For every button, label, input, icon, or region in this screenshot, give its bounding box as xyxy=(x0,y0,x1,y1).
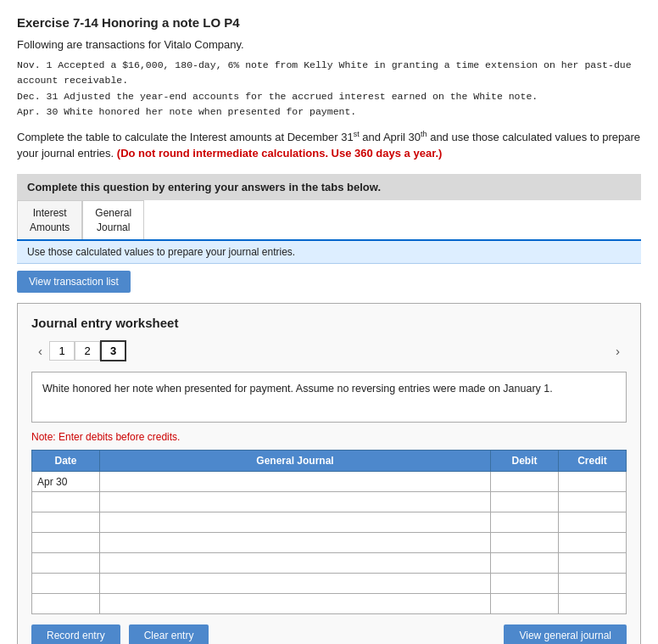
row-2-credit-input[interactable] xyxy=(564,517,621,529)
row-5-debit-input[interactable] xyxy=(496,578,553,590)
view-transaction-button[interactable]: View transaction list xyxy=(17,271,131,293)
row-1-credit[interactable] xyxy=(559,492,627,512)
view-general-journal-button[interactable]: View general journal xyxy=(504,624,627,644)
description-text: White honored her note when presented fo… xyxy=(42,383,553,395)
table-row xyxy=(32,574,627,594)
table-row: Apr 30 xyxy=(32,472,627,492)
row-5-credit[interactable] xyxy=(559,574,627,594)
row-6-date xyxy=(32,594,100,614)
page-1-button[interactable]: 1 xyxy=(49,341,75,361)
row-3-credit[interactable] xyxy=(559,533,627,553)
row-4-debit[interactable] xyxy=(491,553,559,574)
note-text: Note: Enter debits before credits. xyxy=(31,431,627,443)
row-0-debit[interactable] xyxy=(491,472,559,492)
col-header-date: Date xyxy=(32,451,100,472)
row-0-debit-input[interactable] xyxy=(496,476,553,488)
table-row xyxy=(32,553,627,574)
row-4-journal-input[interactable] xyxy=(105,557,485,569)
intro-text: Following are transactions for Vitalo Co… xyxy=(17,38,641,51)
prev-page-button[interactable]: ‹ xyxy=(31,340,49,361)
worksheet-box: Journal entry worksheet ‹ 1 2 3 › White … xyxy=(17,303,641,644)
row-3-journal-input[interactable] xyxy=(105,537,485,549)
instructions-red: (Do not round intermediate calculations.… xyxy=(117,147,443,160)
row-2-journal-input[interactable] xyxy=(105,517,485,529)
tab-content-bar: Use those calculated values to prepare y… xyxy=(17,241,641,264)
tab-content-text: Use those calculated values to prepare y… xyxy=(27,246,295,258)
row-5-journal-input[interactable] xyxy=(105,578,485,590)
row-2-journal[interactable] xyxy=(100,512,491,533)
row-6-credit-input[interactable] xyxy=(564,598,621,610)
instructions-text-2: and April 30 xyxy=(360,131,421,143)
row-4-credit[interactable] xyxy=(559,553,627,574)
page-2-button[interactable]: 2 xyxy=(75,341,100,361)
action-buttons: Record entry Clear entry View general jo… xyxy=(31,624,627,644)
row-4-credit-input[interactable] xyxy=(564,557,621,569)
row-5-journal[interactable] xyxy=(100,574,491,594)
row-6-debit[interactable] xyxy=(491,594,559,614)
transaction-2: Dec. 31 Adjusted the year-end accounts f… xyxy=(17,89,641,104)
tab-general-journal[interactable]: General Journal xyxy=(82,200,144,240)
row-0-date: Apr 30 xyxy=(32,472,100,492)
page-title: Exercise 7-14 Honoring a note LO P4 xyxy=(17,15,641,30)
sup-1: st xyxy=(354,130,360,138)
row-4-journal[interactable] xyxy=(100,553,491,574)
row-3-debit[interactable] xyxy=(491,533,559,553)
row-0-journal-input[interactable] xyxy=(105,476,485,488)
row-1-credit-input[interactable] xyxy=(564,496,621,508)
col-header-credit: Credit xyxy=(559,451,627,472)
col-header-journal: General Journal xyxy=(100,451,491,472)
journal-table: Date General Journal Debit Credit Apr 30 xyxy=(31,450,627,614)
row-5-date xyxy=(32,574,100,594)
row-1-date xyxy=(32,492,100,512)
row-0-journal[interactable] xyxy=(100,472,491,492)
pagination-row: ‹ 1 2 3 › xyxy=(31,340,627,361)
row-0-credit[interactable] xyxy=(559,472,627,492)
transaction-1: Nov. 1 Accepted a $16,000, 180-day, 6% n… xyxy=(17,58,641,89)
row-6-journal-input[interactable] xyxy=(105,598,485,610)
row-2-debit[interactable] xyxy=(491,512,559,533)
instructions: Complete the table to calculate the Inte… xyxy=(17,129,641,162)
row-1-debit-input[interactable] xyxy=(496,496,553,508)
row-5-credit-input[interactable] xyxy=(564,578,621,590)
row-4-debit-input[interactable] xyxy=(496,557,553,569)
row-0-credit-input[interactable] xyxy=(564,476,621,488)
worksheet-title: Journal entry worksheet xyxy=(31,316,627,330)
transactions-block: Nov. 1 Accepted a $16,000, 180-day, 6% n… xyxy=(17,58,641,120)
row-3-debit-input[interactable] xyxy=(496,537,553,549)
row-6-debit-input[interactable] xyxy=(496,598,553,610)
row-2-debit-input[interactable] xyxy=(496,517,553,529)
row-6-journal[interactable] xyxy=(100,594,491,614)
row-1-journal[interactable] xyxy=(100,492,491,512)
clear-entry-button[interactable]: Clear entry xyxy=(129,624,209,644)
row-1-debit[interactable] xyxy=(491,492,559,512)
description-box: White honored her note when presented fo… xyxy=(31,372,627,423)
record-entry-button[interactable]: Record entry xyxy=(31,624,120,644)
page-3-button[interactable]: 3 xyxy=(100,340,126,361)
next-page-button[interactable]: › xyxy=(609,340,627,361)
sup-2: th xyxy=(421,130,427,138)
table-row xyxy=(32,533,627,553)
row-3-journal[interactable] xyxy=(100,533,491,553)
row-3-credit-input[interactable] xyxy=(564,537,621,549)
tabs-row: Interest Amounts General Journal xyxy=(17,200,641,242)
tab-instruction-bar: Complete this question by entering your … xyxy=(17,174,641,200)
instructions-text-1: Complete the table to calculate the Inte… xyxy=(17,131,354,143)
col-header-debit: Debit xyxy=(491,451,559,472)
transaction-3: Apr. 30 White honored her note when pres… xyxy=(17,104,641,120)
row-3-date xyxy=(32,533,100,553)
row-5-debit[interactable] xyxy=(491,574,559,594)
row-1-journal-input[interactable] xyxy=(105,496,485,508)
table-row xyxy=(32,594,627,614)
row-2-credit[interactable] xyxy=(559,512,627,533)
table-row xyxy=(32,512,627,533)
row-4-date xyxy=(32,553,100,574)
row-6-credit[interactable] xyxy=(559,594,627,614)
row-2-date xyxy=(32,512,100,533)
tab-instruction-text: Complete this question by entering your … xyxy=(27,181,381,193)
tab-interest-amounts[interactable]: Interest Amounts xyxy=(17,200,82,240)
table-row xyxy=(32,492,627,512)
